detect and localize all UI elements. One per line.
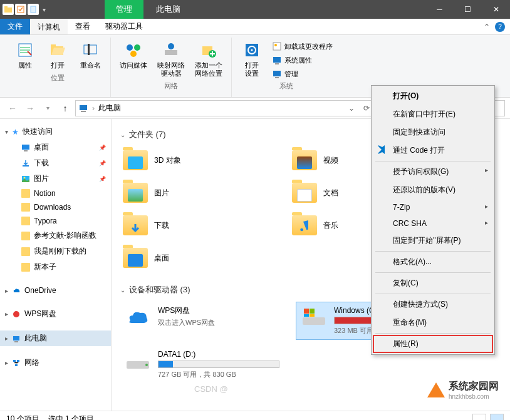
menu-bar: 文件 计算机 查看 驱动器工具 ⌃ ?: [0, 19, 510, 35]
sidebar-newbook[interactable]: 新本子: [0, 259, 111, 275]
checkbox-icon[interactable]: [15, 4, 26, 15]
address-bar[interactable]: › 此电脑 ⌄ ⟳: [75, 100, 377, 116]
chevron-down-icon: ⌄: [120, 287, 125, 294]
ctx-format[interactable]: 格式化(A)...: [373, 253, 493, 271]
drive-d[interactable]: DATA1 (D:)727 GB 可用，共 830 GB: [120, 346, 283, 383]
svg-rect-28: [24, 150, 28, 151]
recent-dropdown[interactable]: ▾: [40, 101, 55, 116]
ctx-copy[interactable]: 复制(C): [373, 274, 493, 292]
sidebar-network[interactable]: ▸网络: [0, 355, 111, 371]
up-button[interactable]: ↑: [58, 101, 73, 116]
close-button[interactable]: ✕: [482, 0, 510, 19]
ctx-rename[interactable]: 重命名(M): [373, 314, 493, 332]
group-label-system: 系统: [279, 80, 293, 93]
svg-rect-39: [304, 309, 309, 314]
svg-rect-41: [304, 314, 309, 317]
sidebar-quick-access[interactable]: ▾★快速访问: [0, 124, 111, 140]
tiles-view-button[interactable]: [490, 414, 504, 421]
ctx-restore-prev[interactable]: 还原以前的版本(V): [373, 181, 493, 199]
ctx-pin-quick[interactable]: 固定到快速访问: [373, 123, 493, 141]
sidebar-typora[interactable]: Typora: [0, 214, 111, 228]
menu-file[interactable]: 文件: [0, 19, 30, 34]
properties-button[interactable]: 属性: [10, 38, 40, 72]
svg-rect-40: [310, 309, 315, 314]
pin-icon: 📌: [99, 160, 106, 166]
svg-point-18: [251, 49, 253, 51]
sidebar-onedrive[interactable]: ▸OneDrive: [0, 284, 111, 297]
svg-rect-42: [310, 314, 315, 317]
help-icon[interactable]: ?: [495, 22, 505, 32]
svg-rect-33: [13, 336, 19, 341]
collapse-ribbon-icon[interactable]: ⌃: [484, 23, 490, 31]
sidebar-ref[interactable]: 参考文献-影响函数: [0, 228, 111, 243]
address-dropdown-icon[interactable]: ⌄: [344, 104, 359, 113]
access-media-button[interactable]: 访问媒体: [116, 38, 151, 72]
item-count: 10 个项目: [6, 414, 39, 420]
ctx-properties[interactable]: 属性(R): [373, 335, 493, 353]
ctx-grant-access[interactable]: 授予访问权限(G): [373, 163, 493, 181]
separator: [375, 251, 491, 252]
details-view-button[interactable]: [472, 414, 486, 421]
sidebar-this-pc[interactable]: ▸此电脑: [0, 330, 111, 346]
add-netloc-button[interactable]: 添加一个 网络位置: [191, 38, 226, 80]
sysprops-button[interactable]: 系统属性: [269, 54, 335, 66]
svg-rect-6: [51, 44, 56, 46]
maximize-button[interactable]: ☐: [454, 0, 482, 19]
window-title: 此电脑: [143, 4, 425, 15]
sidebar-downloads-en[interactable]: Downloads: [0, 200, 111, 214]
svg-rect-27: [22, 145, 29, 150]
separator: [375, 333, 491, 334]
pc-icon: [78, 103, 88, 113]
menu-view[interactable]: 查看: [68, 19, 98, 34]
sidebar-pictures[interactable]: 图片📌: [0, 171, 111, 187]
rename-button[interactable]: 重命名: [75, 38, 105, 72]
sidebar-recent-dl[interactable]: 我是刚刚下载的: [0, 243, 111, 259]
svg-rect-38: [303, 317, 325, 325]
folder-desktop[interactable]: 桌面: [120, 244, 271, 272]
svg-rect-25: [81, 111, 86, 112]
sidebar-notion[interactable]: Notion: [0, 187, 111, 200]
file-icon[interactable]: [28, 4, 39, 15]
status-bar: 10 个项目 选中 1 个项目: [0, 411, 510, 420]
ctx-shortcut[interactable]: 创建快捷方式(S): [373, 295, 493, 314]
back-button[interactable]: ←: [5, 101, 20, 116]
ctx-pin-start[interactable]: 固定到"开始"屏幕(P): [373, 232, 493, 250]
separator: [375, 272, 491, 273]
open-settings-button[interactable]: 打开 设置: [237, 38, 267, 80]
manage-tab[interactable]: 管理: [105, 0, 143, 19]
svg-rect-7: [84, 45, 96, 54]
folder-icon: [21, 247, 30, 256]
drive-wps[interactable]: WPS网盘双击进入WPS网盘: [120, 302, 283, 340]
svg-point-44: [145, 364, 148, 366]
wps-cloud-icon: [124, 305, 152, 328]
svg-rect-21: [273, 57, 281, 63]
manage-button[interactable]: 管理: [269, 68, 335, 80]
pin-icon: 📌: [99, 145, 106, 151]
window-controls: ─ ☐ ✕: [425, 0, 510, 19]
ctx-open[interactable]: 打开(O): [373, 87, 493, 105]
sidebar-downloads[interactable]: 下载📌: [0, 155, 111, 171]
ribbon-group-system: 打开 设置 卸载或更改程序 系统属性 管理 系统: [232, 38, 340, 97]
ctx-crcsha[interactable]: CRC SHA: [373, 215, 493, 232]
open-button[interactable]: 打开: [43, 38, 73, 72]
sidebar-desktop[interactable]: 桌面📌: [0, 140, 111, 155]
sidebar-wps[interactable]: ▸WPS网盘: [0, 306, 111, 322]
ctx-open-new[interactable]: 在新窗口中打开(E): [373, 105, 493, 123]
onedrive-icon: [12, 286, 21, 295]
separator: [375, 294, 491, 294]
ctx-7zip[interactable]: 7-Zip: [373, 199, 493, 215]
menu-computer[interactable]: 计算机: [30, 19, 68, 34]
qat-dropdown-icon[interactable]: ▾: [43, 6, 46, 13]
map-drive-button[interactable]: 映射网络 驱动器: [154, 38, 189, 80]
folder-dl[interactable]: 下载: [120, 212, 271, 239]
menu-drive-tools[interactable]: 驱动器工具: [98, 19, 150, 34]
folder-3d[interactable]: 3D 对象: [120, 146, 271, 174]
desktop-icon: [21, 143, 30, 152]
quick-access-toolbar: ▾: [0, 4, 48, 15]
folder-pics[interactable]: 图片: [120, 179, 271, 207]
disk-icon: [124, 350, 152, 372]
ctx-open-code[interactable]: 通过 Code 打开: [373, 141, 493, 160]
folder-icon[interactable]: [3, 4, 14, 15]
uninstall-button[interactable]: 卸载或更改程序: [269, 40, 335, 53]
minimize-button[interactable]: ─: [425, 0, 454, 19]
